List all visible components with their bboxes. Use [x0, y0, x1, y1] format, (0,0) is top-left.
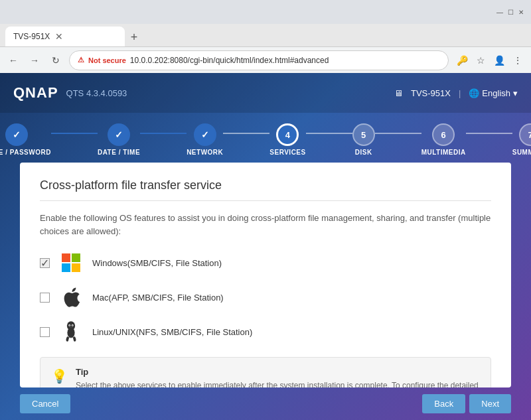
step-4-circle: 4 — [276, 123, 299, 146]
tab-bar: TVS-951X ✕ + — [0, 24, 531, 46]
key-icon: 🔑 — [454, 52, 470, 68]
app-header: QNAP QTS 4.3.4.0593 🖥 TVS-951X | 🌐 Engli… — [0, 73, 531, 113]
tip-content: Tip Select the above services to enable … — [76, 367, 480, 387]
mac-service-item: Mac(AFP, SMB/CIFS, File Station) — [40, 285, 491, 309]
apple-icon — [59, 285, 83, 309]
step-5-circle: 5 — [352, 123, 375, 146]
page-title: Cross-platform file transfer service — [40, 178, 491, 201]
windows-checkbox[interactable]: ✓ — [40, 258, 50, 268]
step-2-circle: ✓ — [108, 123, 130, 146]
reload-button[interactable]: ↻ — [48, 52, 64, 68]
step-3-circle: ✓ — [194, 123, 216, 146]
step-6-number: 6 — [441, 130, 446, 140]
tip-box: 💡 Tip Select the above services to enabl… — [40, 357, 491, 387]
device-name: TVS-951X — [411, 88, 451, 98]
chevron-down-icon: ▾ — [513, 88, 518, 98]
browser-chrome: — ☐ ✕ TVS-951X ✕ + ← → ↻ ⚠ Not secure 10… — [0, 0, 531, 73]
step-5: 5 DISK — [352, 123, 375, 156]
step-5-number: 5 — [361, 130, 366, 140]
tab-close-button[interactable]: ✕ — [55, 31, 63, 42]
step-3-label: NETWORK — [187, 149, 223, 156]
device-icon: 🖥 — [394, 88, 403, 98]
step-3-check: ✓ — [201, 129, 209, 140]
linux-service-label: Linux/UNIX(NFS, SMB/CIFS, File Station) — [92, 327, 252, 337]
tip-icon: 💡 — [51, 368, 68, 384]
step-line-6 — [466, 133, 512, 134]
step-6: 6 MULTIMEDIA — [421, 123, 466, 156]
step-4: 4 SERVICES — [269, 123, 305, 156]
header-right: 🖥 TVS-951X | 🌐 English ▾ — [394, 88, 518, 98]
address-bar[interactable]: ⚠ Not secure 10.0.0.202:8080/cgi-bin/qui… — [69, 50, 449, 70]
step-1: ✓ NAME / PASSWORD — [0, 123, 51, 156]
nav-actions: 🔑 ☆ 👤 ⋮ — [454, 52, 526, 68]
windows-service-label: Windows(SMB/CIFS, File Station) — [92, 258, 222, 268]
step-line-5 — [375, 133, 421, 134]
step-6-label: MULTIMEDIA — [421, 149, 466, 156]
svg-point-3 — [69, 325, 70, 326]
linux-service-item: Linux/UNIX(NFS, SMB/CIFS, File Station) — [40, 320, 491, 344]
new-tab-button[interactable]: + — [125, 28, 143, 46]
tab-title: TVS-951X — [13, 32, 50, 41]
nav-bar: ← → ↻ ⚠ Not secure 10.0.0.202:8080/cgi-b… — [0, 46, 531, 73]
content-area: Cross-platform file transfer service Ena… — [20, 163, 511, 387]
language-label: English — [482, 88, 510, 98]
step-4-number: 4 — [285, 130, 290, 140]
service-list: ✓ Windows(SMB/CIFS, File Station) — [40, 251, 491, 344]
step-2-label: DATE / TIME — [98, 149, 140, 156]
next-button[interactable]: Next — [469, 394, 511, 413]
qts-version: QTS 4.3.4.0593 — [66, 88, 127, 98]
step-6-circle: 6 — [432, 123, 455, 146]
mac-service-label: Mac(AFP, SMB/CIFS, File Station) — [92, 293, 224, 303]
url-text: 10.0.0.202:8080/cgi-bin/quick/html/index… — [130, 56, 440, 65]
step-line-4 — [306, 133, 352, 134]
svg-point-4 — [72, 325, 73, 326]
window-controls: — ☐ ✕ — [495, 7, 526, 17]
linux-icon — [59, 320, 83, 344]
close-button[interactable]: ✕ — [516, 7, 526, 17]
step-7-label: SUMMARY — [512, 149, 531, 156]
qnap-logo: QNAP — [13, 84, 58, 102]
step-2-check: ✓ — [115, 129, 123, 140]
menu-button[interactable]: ⋮ — [510, 52, 526, 68]
step-1-label: NAME / PASSWORD — [0, 149, 51, 156]
windows-icon — [59, 251, 83, 275]
globe-icon: 🌐 — [469, 88, 479, 98]
brand: QNAP QTS 4.3.4.0593 — [13, 84, 127, 102]
security-label: Not secure — [88, 56, 126, 64]
app-container: QNAP QTS 4.3.4.0593 🖥 TVS-951X | 🌐 Engli… — [0, 73, 531, 420]
step-7: 7 SUMMARY — [512, 123, 531, 156]
step-5-label: DISK — [355, 149, 372, 156]
windows-service-item: ✓ Windows(SMB/CIFS, File Station) — [40, 251, 491, 275]
minimize-button[interactable]: — — [495, 7, 504, 17]
profile-button[interactable]: 👤 — [491, 52, 507, 68]
page-description: Enable the following OS features to assi… — [40, 212, 491, 238]
forward-nav-button[interactable]: → — [27, 52, 42, 68]
security-warning-icon: ⚠ — [78, 56, 84, 64]
step-4-label: SERVICES — [269, 149, 305, 156]
step-1-check: ✓ — [13, 129, 21, 140]
step-3: ✓ NETWORK — [187, 123, 223, 156]
step-2: ✓ DATE / TIME — [98, 123, 140, 156]
bookmark-star-button[interactable]: ☆ — [473, 52, 489, 68]
nav-buttons: Back Next — [422, 394, 511, 413]
cancel-button[interactable]: Cancel — [20, 394, 70, 413]
back-button[interactable]: Back — [422, 394, 465, 413]
step-7-circle: 7 — [519, 123, 531, 146]
step-line-1 — [51, 133, 98, 134]
linux-checkbox[interactable] — [40, 327, 50, 337]
tip-text: Select the above services to enable imme… — [76, 380, 480, 387]
back-nav-button[interactable]: ← — [5, 52, 21, 68]
step-line-2 — [140, 133, 187, 134]
step-line-3 — [223, 133, 269, 134]
active-tab[interactable]: TVS-951X ✕ — [5, 27, 125, 46]
title-bar: — ☐ ✕ — [0, 0, 531, 24]
maximize-button[interactable]: ☐ — [506, 7, 515, 17]
bottom-bar: Cancel Back Next — [0, 387, 531, 420]
svg-point-5 — [67, 328, 74, 338]
mac-checkbox[interactable] — [40, 293, 50, 303]
language-selector[interactable]: 🌐 English ▾ — [469, 88, 518, 98]
step-1-circle: ✓ — [5, 123, 28, 146]
step-7-number: 7 — [528, 130, 531, 140]
wizard-steps: ✓ NAME / PASSWORD ✓ DATE / TIME ✓ NETWOR… — [0, 113, 531, 163]
tip-title: Tip — [76, 367, 480, 377]
